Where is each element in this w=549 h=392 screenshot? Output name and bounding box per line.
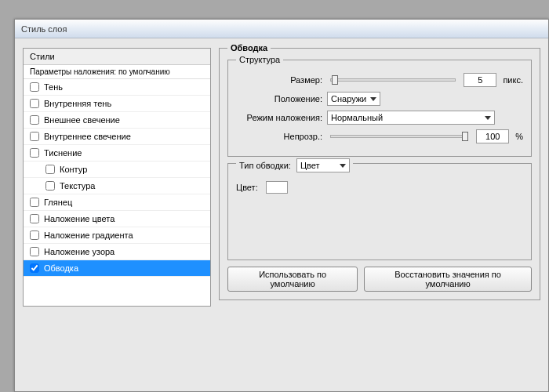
style-checkbox[interactable] <box>30 214 39 223</box>
style-label: Наложение цвета <box>44 214 115 223</box>
style-checkbox[interactable] <box>30 247 39 256</box>
style-item[interactable]: Наложение градиента <box>24 227 210 244</box>
filltype-select[interactable]: Цвет <box>296 158 350 172</box>
style-item[interactable]: Обводка <box>24 260 210 277</box>
style-label: Текстура <box>60 181 95 191</box>
styles-panel: Стили Параметры наложения: по умолчанию … <box>23 48 211 307</box>
size-slider[interactable] <box>330 78 456 82</box>
style-label: Внутреннее свечение <box>44 132 131 141</box>
color-swatch[interactable] <box>266 181 288 194</box>
style-label: Контур <box>60 165 87 174</box>
style-label: Тень <box>44 82 63 92</box>
style-item[interactable]: Наложение цвета <box>24 211 210 227</box>
style-checkbox[interactable] <box>30 99 39 108</box>
filltype-legend: Тип обводки: Цвет <box>236 158 353 172</box>
structure-fieldset: Структура Размер: пикс. Положение: Снару… <box>227 60 532 157</box>
reset-default-button[interactable]: Восстановить значения по умолчанию <box>364 267 532 292</box>
titlebar: Стиль слоя <box>15 20 548 38</box>
window-title: Стиль слоя <box>21 24 67 34</box>
style-checkbox[interactable] <box>30 198 39 207</box>
size-unit: пикс. <box>503 75 523 85</box>
content: Стили Параметры наложения: по умолчанию … <box>15 38 548 316</box>
position-select[interactable]: Снаружи <box>327 92 380 106</box>
style-label: Наложение градиента <box>44 230 133 240</box>
opacity-unit: % <box>515 132 523 141</box>
layer-style-window: Стиль слоя Стили Параметры наложения: по… <box>14 19 549 392</box>
opacity-input[interactable] <box>476 129 509 143</box>
make-default-button[interactable]: Использовать по умолчанию <box>227 267 358 292</box>
stroke-legend: Обводка <box>227 43 271 53</box>
settings-panel: Обводка Структура Размер: пикс. <box>219 48 540 307</box>
filltype-fieldset: Тип обводки: Цвет Цвет: <box>227 163 532 260</box>
style-list: ТеньВнутренняя теньВнешнее свечениеВнутр… <box>24 79 210 277</box>
opacity-label: Непрозр.: <box>236 132 322 141</box>
blend-select[interactable]: Нормальный <box>327 111 495 125</box>
style-item[interactable]: Тиснение <box>24 145 210 162</box>
style-label: Внутренняя тень <box>44 99 111 108</box>
color-row: Цвет: <box>236 181 523 194</box>
style-item[interactable]: Внутренняя тень <box>24 96 210 112</box>
style-label: Наложение узора <box>44 247 115 256</box>
style-item[interactable]: Внутреннее свечение <box>24 129 210 145</box>
size-input[interactable] <box>464 73 496 87</box>
style-checkbox[interactable] <box>30 230 39 240</box>
blend-label: Режим наложения: <box>236 113 322 122</box>
opacity-slider[interactable] <box>330 135 468 138</box>
size-row: Размер: пикс. <box>236 73 523 87</box>
style-checkbox[interactable] <box>30 132 39 141</box>
style-item[interactable]: Внешнее свечение <box>24 112 210 129</box>
blend-row: Режим наложения: Нормальный <box>236 111 523 125</box>
position-row: Положение: Снаружи <box>236 92 523 106</box>
structure-legend: Структура <box>236 55 283 64</box>
style-checkbox[interactable] <box>30 148 39 158</box>
style-checkbox[interactable] <box>30 115 39 125</box>
style-item[interactable]: Текстура <box>24 178 210 194</box>
opacity-row: Непрозр.: % <box>236 129 523 143</box>
style-label: Тиснение <box>44 148 82 158</box>
position-label: Положение: <box>236 94 322 103</box>
style-checkbox[interactable] <box>30 263 39 273</box>
style-item[interactable]: Глянец <box>24 194 210 211</box>
style-checkbox[interactable] <box>45 165 55 174</box>
style-label: Глянец <box>44 198 72 207</box>
style-label: Обводка <box>44 263 78 273</box>
buttons-row: Использовать по умолчанию Восстановить з… <box>227 267 532 292</box>
slider-thumb[interactable] <box>332 75 338 85</box>
style-label: Внешнее свечение <box>44 115 120 125</box>
style-checkbox[interactable] <box>30 82 39 92</box>
stroke-fieldset: Обводка Структура Размер: пикс. <box>219 48 540 300</box>
size-label: Размер: <box>236 75 322 85</box>
style-item[interactable]: Наложение узора <box>24 244 210 260</box>
style-item[interactable]: Тень <box>24 79 210 96</box>
blend-defaults-row[interactable]: Параметры наложения: по умолчанию <box>24 65 210 79</box>
styles-header: Стили <box>24 49 210 65</box>
slider-thumb[interactable] <box>462 132 468 141</box>
color-label: Цвет: <box>236 183 258 192</box>
style-item[interactable]: Контур <box>24 162 210 178</box>
style-checkbox[interactable] <box>45 181 55 191</box>
